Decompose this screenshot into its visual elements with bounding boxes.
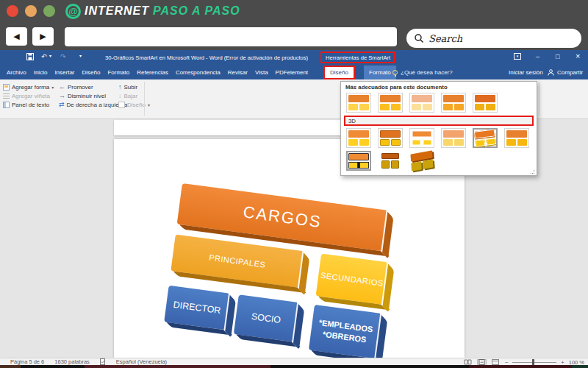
demote-icon: → xyxy=(59,93,65,99)
ribbon-tab-row: Archivo Inicio Insertar Diseño Formato R… xyxy=(0,66,588,79)
style-thumb-cartoon-selected[interactable] xyxy=(473,128,498,148)
shape-text: CARGOS xyxy=(242,202,323,232)
style-thumb[interactable] xyxy=(378,151,403,171)
window-dot-green[interactable] xyxy=(43,5,55,17)
shape-text: DIRECTOR xyxy=(173,300,221,316)
search-box[interactable]: Search xyxy=(406,29,581,48)
back-button[interactable]: ◀ xyxy=(6,27,27,46)
smartart-styles-panel: Más adecuados para este documento 3D xyxy=(340,81,537,176)
tab-vista[interactable]: Vista xyxy=(251,66,272,79)
logo-text-pasoapaso: PASO A PASO xyxy=(153,4,240,18)
move-down-button[interactable]: ↓Bajar xyxy=(118,92,137,100)
move-up-button[interactable]: ↑Subir xyxy=(118,83,137,91)
tab-diseno[interactable]: Diseño xyxy=(79,66,104,79)
tab-inicio[interactable]: Inicio xyxy=(30,66,51,79)
style-thumb[interactable] xyxy=(346,93,371,113)
close-icon[interactable]: × xyxy=(576,52,580,60)
undo-icon[interactable]: ↶ xyxy=(41,53,47,60)
person-icon xyxy=(548,69,554,76)
logo-at-icon: @ xyxy=(65,4,81,19)
promote-icon: ← xyxy=(59,84,65,91)
shape-text: PRINCIPALES xyxy=(209,253,266,269)
strip-segment xyxy=(85,365,270,368)
contextual-tab-formato[interactable]: Formato xyxy=(364,66,396,79)
strip-segment xyxy=(469,365,572,368)
browser-nav: ◀ ▶ Search xyxy=(0,22,588,50)
share-button[interactable]: Compartir xyxy=(548,66,583,79)
forward-button[interactable]: ▶ xyxy=(32,27,54,46)
smartart-shape-director[interactable]: DIRECTOR xyxy=(164,286,230,330)
shape-text: SECUNDARIOS xyxy=(320,271,384,288)
move-down-label: Bajar xyxy=(124,93,138,99)
style-thumb[interactable] xyxy=(378,93,403,113)
shape-text: SOCIO xyxy=(251,311,282,325)
add-shape-button[interactable]: Agregar forma▾ xyxy=(3,83,54,91)
style-thumb[interactable] xyxy=(504,128,529,148)
styles-3d-label: 3D xyxy=(348,118,356,124)
zoom-slider[interactable] xyxy=(512,362,556,363)
proofing-icon[interactable] xyxy=(100,358,106,365)
panel-resize-handle[interactable] xyxy=(531,170,534,174)
tab-correspondencia[interactable]: Correspondencia xyxy=(172,66,224,79)
style-thumb[interactable] xyxy=(441,128,466,148)
style-thumb[interactable] xyxy=(441,93,466,113)
sign-in-button[interactable]: Iniciar sesión xyxy=(509,66,543,79)
ribbon-separator xyxy=(144,82,145,116)
smartart-shape-socio[interactable]: SOCIO xyxy=(234,294,298,342)
move-up-icon: ↑ xyxy=(118,84,122,91)
search-label: Search xyxy=(429,33,462,44)
style-thumb[interactable] xyxy=(409,128,434,148)
qat-customize-icon[interactable]: ▾ xyxy=(79,53,82,58)
right-to-left-button[interactable]: ⇄De derecha a izquierda xyxy=(59,101,127,109)
right-to-left-icon: ⇄ xyxy=(59,102,65,108)
smartart-graphic[interactable]: CARGOS PRINCIPALES SECUNDARIOS DIRECTOR … xyxy=(161,183,401,368)
word-titlebar: ↶ ▾ ↷ ▾ 30-Gráficos SmartArt en Microsof… xyxy=(0,50,588,66)
add-bullet-button[interactable]: Agregar viñeta xyxy=(3,92,50,100)
demote-label: Disminuir nivel xyxy=(68,93,106,99)
add-shape-icon xyxy=(3,84,10,91)
style-thumb[interactable] xyxy=(346,128,371,148)
back-icon: ◀ xyxy=(13,32,19,41)
restore-icon[interactable]: □ xyxy=(556,53,559,60)
move-up-label: Subir xyxy=(124,84,138,91)
move-down-icon: ↓ xyxy=(118,93,122,99)
style-thumb[interactable] xyxy=(409,93,434,113)
text-pane-button[interactable]: Panel de texto xyxy=(3,101,49,109)
tab-revisar[interactable]: Revisar xyxy=(224,66,251,79)
window-dot-orange[interactable] xyxy=(25,5,37,17)
contextual-tab-diseno[interactable]: Diseño xyxy=(323,66,355,79)
text-pane-label: Panel de texto xyxy=(12,102,49,108)
add-shape-label: Agregar forma xyxy=(12,84,49,91)
ribbon-display-options-icon[interactable]: ▾ xyxy=(514,53,521,60)
smartart-shape-secundarios[interactable]: SECUNDARIOS xyxy=(316,254,389,305)
style-thumb[interactable] xyxy=(378,128,403,148)
page-indicator[interactable]: Página 5 de 6 xyxy=(10,358,44,365)
tab-insertar[interactable]: Insertar xyxy=(51,66,78,79)
minimize-icon[interactable]: – xyxy=(536,53,539,60)
style-thumb[interactable] xyxy=(473,93,498,113)
add-bullet-icon xyxy=(3,93,10,99)
tell-me-label: ¿Qué desea hacer? xyxy=(401,69,453,76)
word-count[interactable]: 1630 palabras xyxy=(54,358,90,365)
tab-formato[interactable]: Formato xyxy=(104,66,133,79)
save-icon[interactable] xyxy=(26,53,34,60)
status-bar: Página 5 de 6 1630 palabras Español (Ven… xyxy=(0,358,588,365)
tell-me-box[interactable]: ¿Qué desea hacer? xyxy=(392,66,453,79)
window-dot-red[interactable] xyxy=(7,5,18,17)
undo-caret-icon[interactable]: ▾ xyxy=(49,53,51,58)
tab-archivo[interactable]: Archivo xyxy=(3,66,30,79)
logo-text-internet: INTERNET xyxy=(85,4,149,18)
address-bar[interactable] xyxy=(65,27,397,46)
style-thumb-birdseye-selected[interactable] xyxy=(346,151,371,171)
language-indicator[interactable]: Español (Venezuela) xyxy=(116,358,167,365)
tab-pdfelement[interactable]: PDFelement xyxy=(272,66,312,79)
style-thumb[interactable] xyxy=(409,151,434,171)
redo-icon[interactable]: ↷ xyxy=(60,53,66,60)
tab-referencias[interactable]: Referencias xyxy=(133,66,172,79)
demote-button[interactable]: →Disminuir nivel xyxy=(59,92,106,100)
site-header: @ INTERNET PASO A PASO xyxy=(0,0,588,22)
promote-button[interactable]: ←Promover xyxy=(59,83,93,91)
layout-button[interactable]: Diseño▾ xyxy=(118,101,150,109)
add-shape-caret-icon: ▾ xyxy=(51,85,54,90)
smartart-shape-empleados-obreros[interactable]: *EMPLEADOS*OBREROS xyxy=(309,305,381,358)
